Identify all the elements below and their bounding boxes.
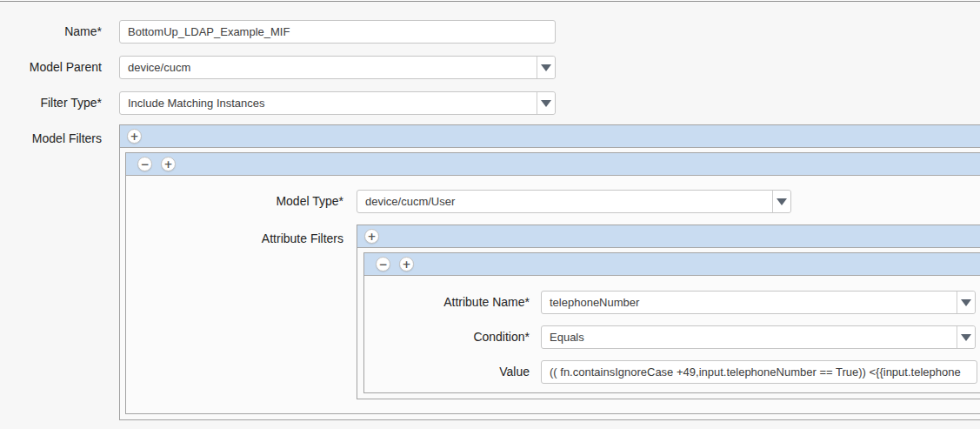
filter-type-select[interactable]: Include Matching Instances [119,91,556,115]
attribute-name-dropdown-button[interactable] [957,292,975,313]
model-type-label: Model Type* [126,190,343,208]
filter-type-selected-value: Include Matching Instances [120,97,537,110]
chevron-down-icon [541,64,551,71]
model-parent-select[interactable]: device/cucm [119,56,556,79]
attribute-name-label: Attribute Name* [364,291,530,309]
model-filters-add-toolbar: + [120,125,980,148]
model-filter-item-panel: − + Model Type* device/cucm/User [125,152,980,414]
add-model-filter-button[interactable]: + [127,129,142,144]
attribute-name-row: Attribute Name* telephoneNumber [364,291,980,314]
name-field-wrap [119,20,556,44]
model-type-dropdown-button[interactable] [772,191,790,212]
value-row: Value [364,360,980,384]
add-attribute-filter-inline-button[interactable]: + [399,257,414,271]
value-label: Value [364,360,530,379]
attribute-filters-label: Attribute Filters [126,225,343,245]
value-input[interactable] [542,361,977,383]
name-label: Name* [0,20,102,38]
remove-model-filter-button[interactable]: − [137,157,152,171]
model-type-select[interactable]: device/cucm/User [357,190,791,213]
filter-type-label: Filter Type* [0,91,102,110]
chevron-down-icon [961,334,971,341]
filter-type-row: Filter Type* Include Matching Instances [0,91,980,115]
attribute-filters-add-toolbar: + [357,225,980,248]
attribute-filters-panel: + − + [357,225,980,399]
model-instance-filter-form: Name* Model Parent device/cucm Filter Ty… [0,2,980,420]
name-row: Name* [0,20,980,44]
chevron-down-icon [541,100,551,107]
condition-row: Condition* Equals [364,325,980,349]
attribute-filter-item-panel: − + Attribute Name* [363,252,980,393]
model-filter-item-toolbar: − + [126,153,980,176]
chevron-down-icon [961,299,971,306]
model-filters-panel: + − + Model Type* device/cucm/Us [119,124,980,420]
filter-type-dropdown-button[interactable] [537,92,555,114]
attribute-name-select[interactable]: telephoneNumber [541,291,976,314]
condition-selected-value: Equals [542,331,957,344]
condition-label: Condition* [364,325,530,344]
attribute-name-selected-value: telephoneNumber [542,296,957,309]
add-attribute-filter-button[interactable]: + [364,229,379,244]
add-model-filter-inline-button[interactable]: + [161,157,176,171]
model-parent-dropdown-button[interactable] [537,57,555,78]
attribute-filter-item-toolbar: − + [364,253,980,276]
value-field-wrap [541,360,977,384]
model-filters-label: Model Filters [0,124,102,145]
attribute-filters-row: Attribute Filters + − + [126,225,980,399]
model-parent-row: Model Parent device/cucm [0,56,980,79]
condition-select[interactable]: Equals [541,325,976,349]
model-type-row: Model Type* device/cucm/User [126,190,980,213]
condition-dropdown-button[interactable] [957,326,975,348]
model-type-selected-value: device/cucm/User [357,195,772,208]
name-input[interactable] [120,21,555,43]
model-parent-label: Model Parent [0,56,102,74]
model-filters-row: Model Filters + − + Model Type* [0,124,980,420]
remove-attribute-filter-button[interactable]: − [376,257,390,271]
model-parent-selected-value: device/cucm [120,61,537,74]
chevron-down-icon [777,198,787,205]
